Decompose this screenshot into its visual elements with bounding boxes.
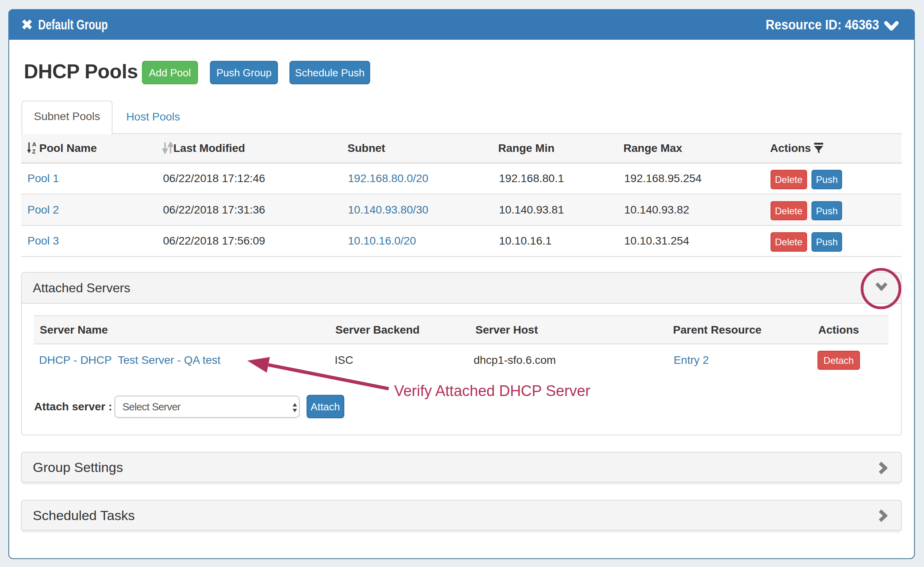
svg-text:A: A	[32, 142, 36, 148]
svg-text:Z: Z	[32, 148, 36, 154]
